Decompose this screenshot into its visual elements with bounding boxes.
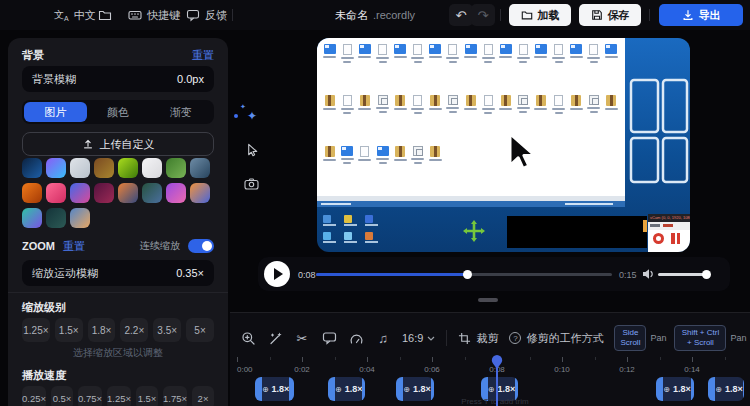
shortcuts-button[interactable]: 快捷键	[128, 0, 180, 30]
seek-thumb[interactable]	[463, 270, 472, 279]
zoom-in-tool[interactable]	[240, 330, 256, 346]
background-tab[interactable]: 颜色	[87, 102, 150, 122]
comment-tool[interactable]	[321, 330, 337, 346]
clip-body[interactable]: ⊕1.8×	[715, 377, 742, 401]
ruler-tick	[595, 357, 596, 360]
wallpaper-thumbnail[interactable]	[94, 158, 114, 178]
seek-bar[interactable]	[316, 273, 612, 276]
wallpaper-thumbnail[interactable]	[46, 208, 66, 228]
music-tool[interactable]: ♫	[375, 330, 391, 346]
wallpaper-thumbnail[interactable]	[70, 158, 90, 178]
clip-handle-right[interactable]	[289, 377, 294, 401]
timeline-ruler[interactable]: 0:000:020:040:060:080:100:120:14	[230, 357, 750, 377]
motion-blur-field[interactable]: 缩放运动模糊 0.35×	[22, 260, 214, 286]
zoom-area-hint: 选择缩放区域以调整	[8, 346, 228, 360]
zoom-clip[interactable]: ⊕1.8×	[396, 377, 433, 401]
clip-body[interactable]: ⊕1.8×	[335, 377, 362, 401]
trim-help-button[interactable]: ? 修剪的工作方式	[509, 331, 603, 346]
cursor-tool[interactable]	[242, 140, 262, 160]
ai-zoom-tool[interactable]: ✦✦	[242, 106, 262, 126]
panel-resize-handle[interactable]	[478, 298, 498, 302]
playhead-marker[interactable]	[491, 355, 503, 370]
feedback-button[interactable]: 反馈	[186, 0, 227, 30]
magnifier-plus-icon: ⊕	[663, 385, 670, 394]
zoom-level-button[interactable]: 1.25×	[22, 318, 50, 342]
wallpaper-thumbnail[interactable]	[142, 158, 162, 178]
wallpaper-thumbnail[interactable]	[118, 158, 138, 178]
undo-button[interactable]: ↶	[449, 4, 473, 26]
motion-blur-label: 缩放运动模糊	[32, 266, 98, 281]
background-blur-field[interactable]: 背景模糊 0.0px	[22, 66, 214, 92]
video-preview[interactable]: vCam (0, 0, 1920, 1080)	[317, 38, 690, 252]
speed-button[interactable]: 1.75×	[163, 386, 187, 406]
aspect-ratio-select[interactable]: 16:9	[402, 332, 435, 344]
scissors-tool[interactable]: ✂	[294, 330, 310, 346]
load-button[interactable]: 加载	[509, 4, 571, 26]
clip-zoom-label: 1.8×	[345, 384, 363, 394]
wallpaper-thumbnail[interactable]	[166, 158, 186, 178]
background-tab[interactable]: 渐变	[149, 102, 212, 122]
volume-icon[interactable]	[642, 268, 655, 280]
zoom-clip[interactable]: ⊕1.8×	[328, 377, 365, 401]
clip-handle-left[interactable]	[396, 377, 403, 401]
wallpaper-thumbnail[interactable]	[70, 208, 90, 228]
speed-button[interactable]: 1.25×	[107, 386, 131, 406]
speed-button[interactable]: 0.5×	[51, 386, 73, 406]
clip-handle-right[interactable]	[743, 377, 744, 401]
zoom-clip[interactable]: ⊕1.8×	[656, 377, 693, 401]
topbar-divider-3	[649, 9, 650, 21]
wallpaper-thumbnail[interactable]	[94, 183, 114, 203]
zoom-level-button[interactable]: 2.2×	[120, 318, 148, 342]
zoom-level-button[interactable]: 5×	[186, 318, 214, 342]
export-button[interactable]: 导出	[659, 4, 743, 26]
crop-button[interactable]: 裁剪	[458, 331, 498, 346]
shortcuts-label: 快捷键	[147, 8, 180, 23]
wallpaper-thumbnail[interactable]	[46, 183, 66, 203]
speed-button[interactable]: 0.75×	[78, 386, 102, 406]
magic-wand-tool[interactable]	[267, 330, 283, 346]
clip-handle-left[interactable]	[328, 377, 335, 401]
open-project-button[interactable]	[98, 0, 112, 30]
clip-body[interactable]: ⊕1.8×	[663, 377, 690, 401]
wallpaper-thumbnail[interactable]	[190, 158, 210, 178]
speed-gauge-tool[interactable]	[348, 330, 364, 346]
speed-button[interactable]: 1.5×	[136, 386, 158, 406]
zoom-clip[interactable]: ⊕1.8×	[708, 377, 744, 401]
wallpaper-thumbnail[interactable]	[70, 183, 90, 203]
wallpaper-thumbnail[interactable]	[142, 183, 162, 203]
clip-handle-right[interactable]	[362, 377, 365, 401]
redo-button[interactable]: ↷	[471, 4, 495, 26]
volume-thumb[interactable]	[702, 270, 711, 279]
play-button[interactable]	[264, 261, 290, 287]
clip-handle-left[interactable]	[255, 377, 262, 401]
recorder-widget: vCam (0, 0, 1920, 1080)	[648, 214, 690, 252]
speed-button[interactable]: 0.25×	[22, 386, 46, 406]
clip-body[interactable]: ⊕1.8×	[262, 377, 289, 401]
zoom-reset-link[interactable]: 重置	[63, 239, 85, 254]
zoom-level-button[interactable]: 1.5×	[55, 318, 83, 342]
save-button[interactable]: 保存	[579, 4, 641, 26]
clip-handle-left[interactable]	[656, 377, 663, 401]
wallpaper-thumbnail[interactable]	[166, 183, 186, 203]
wallpaper-thumbnail[interactable]	[190, 183, 210, 203]
sidebar-divider	[8, 292, 228, 293]
volume-slider[interactable]	[658, 273, 710, 276]
wallpaper-thumbnail[interactable]	[22, 183, 42, 203]
zoom-level-button[interactable]: 3.5×	[153, 318, 181, 342]
wallpaper-thumbnail[interactable]	[46, 158, 66, 178]
clip-body[interactable]: ⊕1.8×	[403, 377, 430, 401]
background-tab[interactable]: 图片	[24, 102, 87, 122]
zoom-level-button[interactable]: 1.8×	[88, 318, 116, 342]
wallpaper-thumbnail[interactable]	[22, 208, 42, 228]
zoom-clip[interactable]: ⊕1.8×	[255, 377, 294, 401]
wallpaper-thumbnail[interactable]	[22, 158, 42, 178]
camera-tool[interactable]	[241, 174, 261, 194]
speed-button[interactable]: 2×	[192, 386, 214, 406]
wallpaper-thumbnail[interactable]	[118, 183, 138, 203]
clip-handle-left[interactable]	[708, 377, 715, 401]
upload-custom-button[interactable]: 上传自定义	[22, 132, 214, 156]
continuous-zoom-toggle[interactable]	[188, 239, 214, 253]
clip-handle-right[interactable]	[691, 377, 694, 401]
background-reset-link[interactable]: 重置	[192, 48, 214, 63]
language-switcher[interactable]: 文A 中文	[54, 0, 96, 30]
